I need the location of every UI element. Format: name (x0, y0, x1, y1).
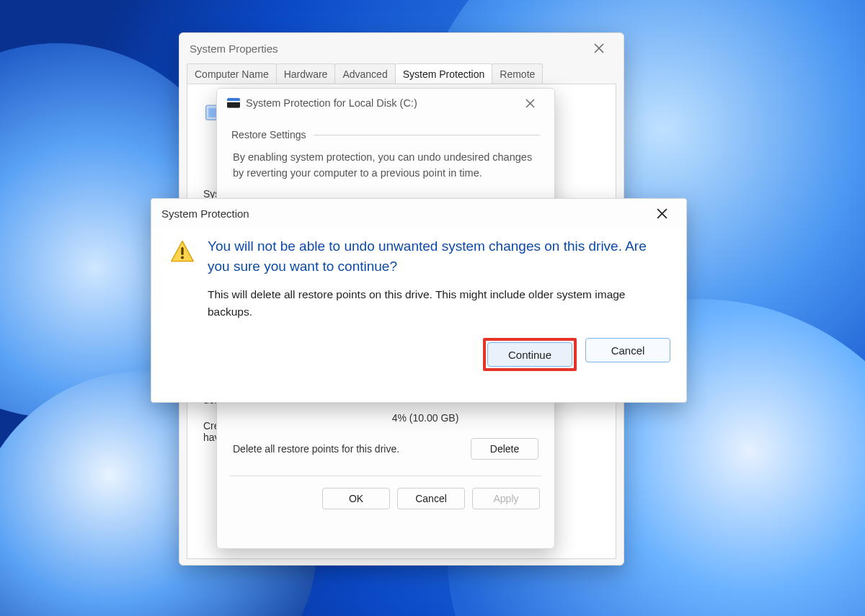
close-icon[interactable] (585, 37, 613, 60)
svg-point-3 (181, 256, 184, 259)
svg-rect-2 (181, 247, 183, 255)
max-usage-value: 4% (10.00 GB) (311, 412, 540, 424)
restore-settings-label-text: Restore Settings (231, 129, 306, 140)
system-properties-tabs: Computer Name Hardware Advanced System P… (179, 63, 624, 84)
drive-icon (227, 98, 240, 108)
separator (230, 476, 541, 476)
confirmation-titlebar: System Protection (151, 199, 686, 228)
tab-advanced[interactable]: Advanced (334, 63, 395, 84)
cancel-button[interactable]: Cancel (585, 338, 670, 362)
apply-button: Apply (472, 488, 540, 509)
system-properties-titlebar: System Properties (179, 33, 624, 63)
protection-config-title: System Protection for Local Disk (C:) (246, 97, 515, 109)
tab-hardware[interactable]: Hardware (276, 63, 336, 84)
tab-computer-name[interactable]: Computer Name (187, 63, 277, 84)
highlight-ring: Continue (483, 338, 577, 371)
warning-icon (170, 239, 195, 264)
close-icon[interactable] (647, 202, 676, 225)
ok-button[interactable]: OK (322, 488, 390, 509)
cancel-button[interactable]: Cancel (397, 488, 465, 509)
confirmation-subtext: This will delete all restore points on t… (208, 286, 667, 321)
protection-config-titlebar: System Protection for Local Disk (C:) (217, 89, 554, 117)
confirmation-title: System Protection (161, 207, 647, 220)
confirmation-dialog: System Protection You will not be able t… (151, 198, 687, 403)
system-properties-title: System Properties (190, 43, 585, 55)
delete-button[interactable]: Delete (471, 438, 538, 460)
continue-button[interactable]: Continue (487, 342, 572, 367)
confirmation-headline: You will not be able to undo unwanted sy… (208, 236, 667, 276)
tab-system-protection[interactable]: System Protection (395, 63, 493, 84)
delete-restore-points-description: Delete all restore points for this drive… (233, 443, 399, 455)
tab-remote[interactable]: Remote (492, 63, 543, 84)
restore-settings-description: By enabling system protection, you can u… (231, 149, 540, 192)
close-icon[interactable] (515, 91, 544, 115)
restore-settings-group-label: Restore Settings (231, 129, 540, 140)
